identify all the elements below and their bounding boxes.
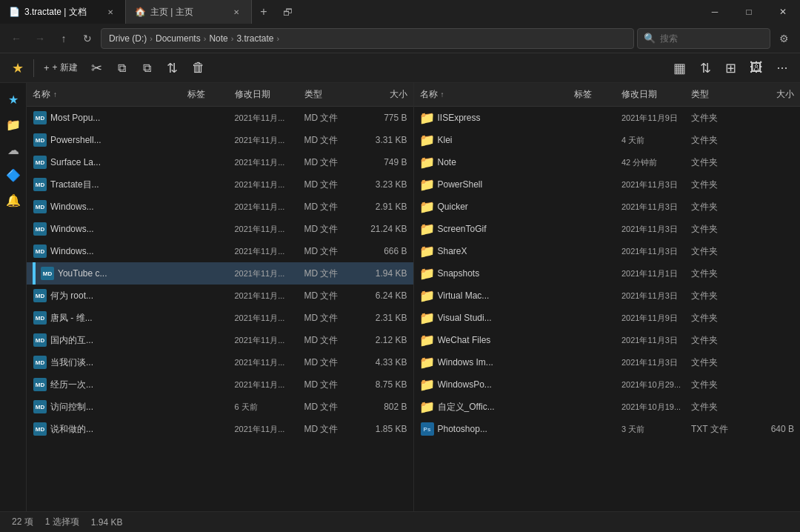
- forward-button[interactable]: →: [30, 28, 50, 49]
- address-input[interactable]: Drive (D:) › Documents › Note › 3.tracta…: [101, 28, 634, 49]
- paste-button[interactable]: ⧉: [136, 55, 159, 82]
- file-name: Photoshop...: [438, 424, 487, 434]
- table-row[interactable]: MD 说和做的... 2021年11月... MD 文件 1.85 KB: [27, 418, 413, 440]
- file-name-cell: ScreenToGif: [438, 224, 572, 234]
- file-type: 文件夹: [691, 356, 743, 369]
- table-row[interactable]: 📁 ShareX 2021年11月3日 文件夹: [414, 240, 801, 262]
- file-icon: 📁: [420, 310, 435, 325]
- tab-tractate[interactable]: 📄 3.tractate | 文档 ✕: [0, 0, 126, 24]
- cut-indicator: [33, 262, 36, 285]
- search-box[interactable]: 🔍: [637, 28, 770, 49]
- file-date: 2021年11月...: [235, 246, 301, 257]
- close-button[interactable]: ✕: [766, 0, 800, 24]
- file-icon: MD: [33, 199, 47, 214]
- more-button[interactable]: ···: [770, 55, 794, 82]
- qa-onedrive-icon[interactable]: 🔷: [3, 164, 24, 185]
- table-row[interactable]: MD YouTube c... 2021年11月... MD 文件 1.94 K…: [27, 262, 413, 285]
- file-icon: 📁: [420, 199, 435, 214]
- table-row[interactable]: 📁 PowerShell 2021年11月3日 文件夹: [414, 173, 801, 196]
- table-row[interactable]: MD 唐凤 - 维... 2021年11月... MD 文件 2.31 KB: [27, 307, 413, 329]
- sort-button[interactable]: ⇅: [693, 55, 717, 82]
- table-row[interactable]: MD Windows... 2021年11月... MD 文件 2.91 KB: [27, 196, 413, 218]
- qa-folder-icon[interactable]: 📁: [3, 114, 24, 135]
- right-col-name-header[interactable]: 名称 ↑: [420, 88, 572, 101]
- table-row[interactable]: 📁 Visual Studi... 2021年11月9日 文件夹: [414, 307, 801, 329]
- folder-icon: 📁: [419, 333, 435, 348]
- qa-notification-icon[interactable]: 🔔: [3, 190, 24, 210]
- restore-button[interactable]: 🗗: [276, 0, 299, 24]
- file-icon: MD: [33, 155, 47, 170]
- left-col-name-header[interactable]: 名称 ↑: [33, 88, 184, 101]
- minimize-button[interactable]: ─: [698, 0, 732, 24]
- view-switch-button[interactable]: ▦: [667, 55, 692, 82]
- right-file-list[interactable]: 📁 IISExpress 2021年11月9日 文件夹 📁 Klei 4 天前 …: [414, 107, 801, 511]
- file-type: MD 文件: [304, 112, 356, 124]
- table-row[interactable]: MD Surface La... 2021年11月... MD 文件 749 B: [27, 151, 413, 173]
- new-tab-button[interactable]: +: [252, 0, 276, 24]
- table-row[interactable]: 📁 Klei 4 天前 文件夹: [414, 129, 801, 151]
- folder-icon: 📁: [419, 355, 435, 370]
- file-name-cell: 唐凤 - 维...: [50, 312, 184, 325]
- table-row[interactable]: MD Tractate目... 2021年11月... MD 文件 3.23 K…: [27, 173, 413, 196]
- layout-button[interactable]: 🖼: [744, 55, 769, 82]
- table-row[interactable]: 📁 IISExpress 2021年11月9日 文件夹: [414, 107, 801, 129]
- table-row[interactable]: MD Windows... 2021年11月... MD 文件 21.24 KB: [27, 218, 413, 240]
- breadcrumb: Drive (D:) › Documents › Note › 3.tracta…: [109, 33, 281, 44]
- share-button[interactable]: ⇅: [161, 55, 184, 82]
- table-row[interactable]: 📁 Windows Im... 2021年11月3日 文件夹: [414, 351, 801, 373]
- group-button[interactable]: ⊞: [719, 55, 742, 82]
- table-row[interactable]: MD 国内的互... 2021年11月... MD 文件 2.12 KB: [27, 329, 413, 351]
- right-col-size-header[interactable]: 大小: [746, 88, 794, 101]
- file-type: 文件夹: [691, 223, 743, 236]
- table-row[interactable]: Ps Photoshop... 3 天前 TXT 文件 640 B: [414, 418, 801, 440]
- right-col-tag-header[interactable]: 标签: [574, 88, 619, 101]
- left-col-type-header[interactable]: 类型: [304, 88, 356, 101]
- file-size: 8.75 KB: [359, 379, 407, 390]
- up-button[interactable]: ↑: [53, 28, 74, 49]
- tab-home[interactable]: 🏠 主页 | 主页 ✕: [126, 0, 252, 24]
- folder-icon: 📁: [419, 288, 435, 304]
- table-row[interactable]: MD 当我们谈... 2021年11月... MD 文件 4.33 KB: [27, 351, 413, 373]
- tab-tractate-close[interactable]: ✕: [104, 6, 116, 18]
- cut-button[interactable]: ✂: [85, 55, 109, 82]
- left-col-size-header[interactable]: 大小: [359, 88, 407, 101]
- table-row[interactable]: 📁 自定义_Offic... 2021年10月19... 文件夹: [414, 396, 801, 418]
- table-row[interactable]: 📁 Note 42 分钟前 文件夹: [414, 151, 801, 173]
- table-row[interactable]: MD Most Popu... 2021年11月... MD 文件 775 B: [27, 107, 413, 129]
- table-row[interactable]: MD Powershell... 2021年11月... MD 文件 3.31 …: [27, 129, 413, 151]
- table-row[interactable]: MD 何为 root... 2021年11月... MD 文件 6.24 KB: [27, 285, 413, 307]
- left-col-tag-header[interactable]: 标签: [187, 88, 232, 101]
- table-row[interactable]: MD 访问控制... 6 天前 MD 文件 802 B: [27, 396, 413, 418]
- toolbar-right: ▦ ⇅ ⊞ 🖼 ···: [667, 55, 794, 82]
- file-icon: 📁: [420, 222, 435, 236]
- file-name-cell: Note: [438, 157, 572, 167]
- search-input[interactable]: [660, 33, 756, 44]
- favorites-button[interactable]: ★: [6, 55, 30, 82]
- table-row[interactable]: MD Windows... 2021年11月... MD 文件 666 B: [27, 240, 413, 262]
- table-row[interactable]: MD 经历一次... 2021年11月... MD 文件 8.75 KB: [27, 373, 413, 396]
- refresh-button[interactable]: ↻: [77, 28, 98, 49]
- md-icon: MD: [33, 333, 47, 347]
- table-row[interactable]: 📁 WindowsPo... 2021年10月29... 文件夹: [414, 373, 801, 396]
- table-row[interactable]: 📁 Quicker 2021年11月3日 文件夹: [414, 196, 801, 218]
- tab-home-close[interactable]: ✕: [230, 6, 242, 18]
- maximize-button[interactable]: □: [732, 0, 766, 24]
- table-row[interactable]: 📁 Snapshots 2021年11月1日 文件夹: [414, 262, 801, 285]
- left-file-list[interactable]: MD Most Popu... 2021年11月... MD 文件 775 B …: [27, 107, 413, 511]
- left-col-date-header[interactable]: 修改日期: [235, 88, 301, 101]
- qa-star-icon[interactable]: ★: [3, 89, 24, 110]
- new-button[interactable]: + + 新建: [38, 55, 84, 82]
- right-col-type-header[interactable]: 类型: [691, 88, 743, 101]
- file-type: 文件夹: [691, 267, 743, 280]
- back-button[interactable]: ←: [6, 28, 27, 49]
- table-row[interactable]: 📁 ScreenToGif 2021年11月3日 文件夹: [414, 218, 801, 240]
- table-row[interactable]: 📁 WeChat Files 2021年11月3日 文件夹: [414, 329, 801, 351]
- file-icon: MD: [33, 177, 47, 192]
- table-row[interactable]: 📁 Virtual Mac... 2021年11月3日 文件夹: [414, 285, 801, 307]
- right-col-date-header[interactable]: 修改日期: [621, 88, 688, 101]
- qa-cloud-icon[interactable]: ☁: [3, 139, 24, 160]
- breadcrumb-note: Note: [209, 33, 227, 44]
- delete-button[interactable]: 🗑: [186, 55, 211, 82]
- copy-button[interactable]: ⧉: [110, 55, 134, 82]
- settings-button[interactable]: ⚙: [773, 28, 794, 49]
